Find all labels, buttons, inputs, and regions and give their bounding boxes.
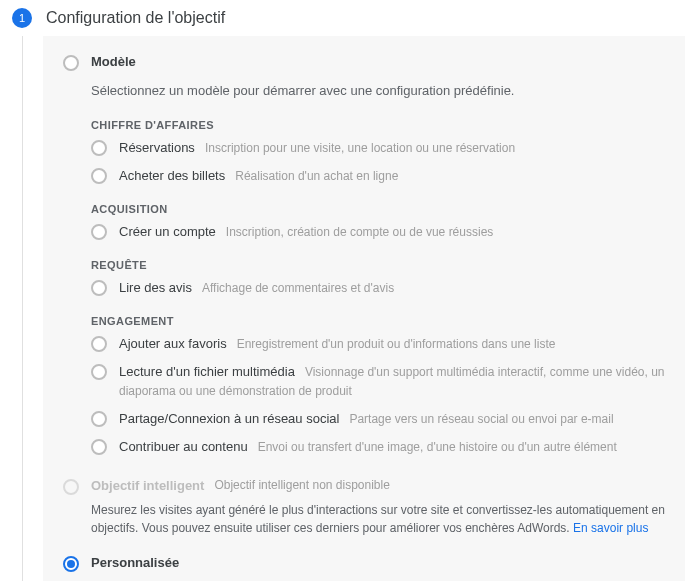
- template-option[interactable]: Créer un compteInscription, création de …: [91, 223, 665, 241]
- step-number-badge: 1: [12, 8, 32, 28]
- template-name: Contribuer au contenu: [119, 439, 248, 454]
- radio-template[interactable]: [91, 224, 107, 240]
- template-description: Inscription pour une visite, une locatio…: [205, 141, 515, 155]
- radio-template[interactable]: [91, 280, 107, 296]
- radio-template[interactable]: [91, 336, 107, 352]
- template-category: ACQUISITIONCréer un compteInscription, c…: [91, 203, 665, 241]
- option-smart-goal: Objectif intelligent Objectif intelligen…: [63, 478, 665, 495]
- option-smart-label: Objectif intelligent: [91, 478, 204, 493]
- template-description: Inscription, création de compte ou de vu…: [226, 225, 493, 239]
- template-name: Lecture d'un fichier multimédia: [119, 364, 295, 379]
- template-text: Ajouter aux favorisEnregistrement d'un p…: [119, 335, 665, 353]
- template-category: REQUÊTELire des avisAffichage de comment…: [91, 259, 665, 297]
- template-text: Acheter des billetsRéalisation d'un acha…: [119, 167, 665, 185]
- template-name: Ajouter aux favoris: [119, 336, 227, 351]
- template-text: Lire des avisAffichage de commentaires e…: [119, 279, 665, 297]
- step-title: Configuration de l'objectif: [46, 9, 225, 27]
- template-description: Réalisation d'un achat en ligne: [235, 169, 398, 183]
- template-option[interactable]: Lecture d'un fichier multimédiaVisionnag…: [91, 363, 665, 399]
- radio-template[interactable]: [91, 364, 107, 380]
- radio-template[interactable]: [91, 140, 107, 156]
- template-text: Lecture d'un fichier multimédiaVisionnag…: [119, 363, 665, 399]
- template-name: Partage/Connexion à un réseau social: [119, 411, 339, 426]
- template-category: ENGAGEMENTAjouter aux favorisEnregistrem…: [91, 315, 665, 456]
- option-smart-hint: Objectif intelligent non disponible: [214, 478, 389, 492]
- category-title: ENGAGEMENT: [91, 315, 665, 327]
- model-help-text: Sélectionnez un modèle pour démarrer ave…: [91, 81, 665, 101]
- template-description: Enregistrement d'un produit ou d'informa…: [237, 337, 556, 351]
- template-text: Partage/Connexion à un réseau socialPart…: [119, 410, 665, 428]
- template-option[interactable]: Acheter des billetsRéalisation d'un acha…: [91, 167, 665, 185]
- template-name: Acheter des billets: [119, 168, 225, 183]
- template-option[interactable]: Contribuer au contenuEnvoi ou transfert …: [91, 438, 665, 456]
- option-model-label: Modèle: [91, 54, 136, 69]
- radio-smart-goal: [63, 479, 79, 495]
- option-custom[interactable]: Personnalisée: [63, 555, 665, 572]
- template-option[interactable]: Partage/Connexion à un réseau socialPart…: [91, 410, 665, 428]
- template-option[interactable]: Ajouter aux favorisEnregistrement d'un p…: [91, 335, 665, 353]
- template-option[interactable]: Lire des avisAffichage de commentaires e…: [91, 279, 665, 297]
- goal-panel: Modèle Sélectionnez un modèle pour démar…: [43, 36, 685, 581]
- template-name: Réservations: [119, 140, 195, 155]
- radio-template[interactable]: [91, 168, 107, 184]
- learn-more-link[interactable]: En savoir plus: [573, 521, 648, 535]
- option-model[interactable]: Modèle: [63, 54, 665, 71]
- option-custom-label: Personnalisée: [91, 555, 179, 570]
- radio-custom[interactable]: [63, 556, 79, 572]
- smart-goal-description: Mesurez les visites ayant généré le plus…: [91, 501, 665, 537]
- step-body: Modèle Sélectionnez un modèle pour démar…: [22, 36, 685, 581]
- category-title: CHIFFRE D'AFFAIRES: [91, 119, 665, 131]
- category-title: ACQUISITION: [91, 203, 665, 215]
- template-text: Créer un compteInscription, création de …: [119, 223, 665, 241]
- template-text: Contribuer au contenuEnvoi ou transfert …: [119, 438, 665, 456]
- radio-template[interactable]: [91, 411, 107, 427]
- radio-model[interactable]: [63, 55, 79, 71]
- template-description: Affichage de commentaires et d'avis: [202, 281, 394, 295]
- template-name: Lire des avis: [119, 280, 192, 295]
- step-header[interactable]: 1 Configuration de l'objectif: [0, 0, 685, 36]
- category-title: REQUÊTE: [91, 259, 665, 271]
- template-name: Créer un compte: [119, 224, 216, 239]
- template-text: RéservationsInscription pour une visite,…: [119, 139, 665, 157]
- template-description: Partage vers un réseau social ou envoi p…: [349, 412, 613, 426]
- template-description: Envoi ou transfert d'une image, d'une hi…: [258, 440, 617, 454]
- template-category: CHIFFRE D'AFFAIRESRéservationsInscriptio…: [91, 119, 665, 185]
- radio-template[interactable]: [91, 439, 107, 455]
- template-option[interactable]: RéservationsInscription pour une visite,…: [91, 139, 665, 157]
